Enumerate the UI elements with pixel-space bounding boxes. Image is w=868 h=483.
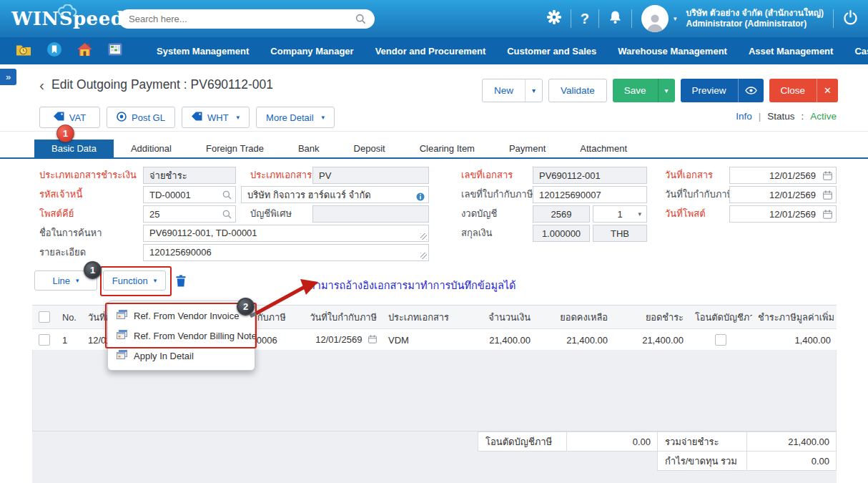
user-menu-chevron-icon[interactable]: ▾: [674, 15, 677, 22]
doc-no-field: [533, 167, 647, 184]
logout-power-icon[interactable]: [843, 10, 858, 28]
tab-clearing-item[interactable]: Clearing Item: [403, 140, 492, 157]
nav-company-manager[interactable]: Company Manager: [270, 46, 353, 57]
special-account-field: [312, 205, 429, 223]
info-link[interactable]: Info: [736, 111, 752, 122]
notifications-bell-icon[interactable]: [608, 10, 622, 27]
settings-gear-icon[interactable]: [547, 10, 561, 27]
home-icon[interactable]: [77, 43, 92, 59]
nav-warehouse-management[interactable]: Warehouse Management: [618, 46, 727, 57]
user-avatar[interactable]: [641, 5, 669, 32]
tab-bar: Basic Data Additional Foreign Trade Bank…: [0, 140, 868, 159]
period-no-select[interactable]: 1 ▾: [593, 205, 647, 223]
search-name-label: ชื่อในการค้นหา: [39, 225, 102, 242]
preview-button[interactable]: Preview: [681, 79, 764, 102]
validate-button[interactable]: Validate: [548, 79, 607, 102]
resize-handle[interactable]: [420, 253, 427, 259]
user-role: Administrator (Administrator): [686, 19, 824, 29]
delete-row-trash-icon[interactable]: [176, 275, 186, 290]
more-detail-button[interactable]: More Detail ▾: [256, 107, 335, 128]
vendor-code-field[interactable]: [143, 186, 236, 203]
save-label: Save: [613, 79, 658, 102]
currency-rate-field: [533, 225, 590, 242]
post-gl-icon: [117, 112, 127, 124]
nav-asset-management[interactable]: Asset Management: [749, 46, 833, 57]
menu-ref-vendor-billing-note[interactable]: Ref. From Vendor Billing Note: [108, 326, 255, 346]
bookmark-icon[interactable]: [47, 42, 61, 59]
winspeed-app: WINSpeed ? ▾ บริษัท ตัวอย่าง จำกั: [0, 0, 868, 483]
col-tax-invoice-date: วันที่ใบกำกับภาษี: [297, 306, 383, 329]
menu-ref-vendor-invoice[interactable]: Ref. From Vendor Invoice: [108, 306, 255, 326]
cell-tax-invoice-date[interactable]: 12/01/2569: [297, 329, 383, 351]
validate-label: Validate: [549, 79, 606, 102]
post-key-label: โพสต์คีย์: [39, 205, 74, 223]
vendor-code-label: รหัสเจ้าหนี้: [39, 186, 82, 203]
col-vat-amount: ชำระภาษีมูลค่าเพิ่ม: [752, 306, 837, 329]
tab-foreign-trade[interactable]: Foreign Trade: [189, 140, 281, 157]
back-icon[interactable]: ‹: [39, 79, 44, 91]
new-dropdown-caret-icon[interactable]: ▾: [525, 79, 542, 102]
winspeed-logo[interactable]: WINSpeed: [11, 8, 110, 29]
preview-eye-icon[interactable]: [738, 79, 764, 102]
search-name-field[interactable]: PV690112-001, TD-00001: [143, 225, 429, 242]
post-gl-button[interactable]: Post GL: [107, 107, 175, 128]
user-info[interactable]: บริษัท ตัวอย่าง จำกัด (สำนักงานใหญ่) Adm…: [686, 8, 824, 29]
global-search: [119, 9, 375, 29]
tab-payment[interactable]: Payment: [492, 140, 563, 157]
wht-button[interactable]: WHT ▾: [182, 107, 250, 128]
recent-folder-icon[interactable]: [16, 44, 31, 59]
post-date-field[interactable]: [729, 205, 837, 223]
profit-loss-value: 0.00: [746, 451, 837, 471]
function-button[interactable]: Function ▾: [103, 270, 166, 291]
tab-deposit[interactable]: Deposit: [337, 140, 403, 157]
status-badge: Active: [810, 111, 837, 122]
line-label: Line: [52, 275, 70, 286]
doc-type-field: [312, 167, 429, 184]
transfer-vat-checkbox[interactable]: [715, 334, 726, 346]
divider: [833, 9, 834, 28]
close-x-icon[interactable]: ✕: [817, 79, 838, 102]
doc-date-field[interactable]: [729, 167, 837, 184]
search-input[interactable]: [119, 9, 375, 29]
post-key-field[interactable]: [143, 205, 236, 223]
row-checkbox[interactable]: [39, 334, 50, 346]
line-caret-icon: ▾: [76, 277, 79, 284]
description-label: รายละเอียด: [39, 244, 86, 261]
tax-invoice-date-field[interactable]: [729, 186, 837, 203]
doc-type-label: ประเภทเอกสาร: [250, 167, 312, 184]
tab-bank[interactable]: Bank: [281, 140, 337, 157]
menu-apply-in-detail[interactable]: Apply In Detail: [108, 346, 255, 366]
calendar-icon[interactable]: [368, 335, 377, 346]
nav-cash-management[interactable]: Cash Management: [854, 46, 868, 57]
col-amount: จำนวนเงิน: [458, 306, 536, 329]
document-window-icon: [117, 330, 127, 341]
new-button[interactable]: New ▾: [482, 79, 543, 102]
vat-button[interactable]: VAT: [39, 107, 100, 128]
resize-handle[interactable]: [420, 233, 427, 240]
cell-balance: 21,400.00: [536, 329, 613, 351]
more-detail-caret-icon: ▾: [322, 114, 325, 121]
save-button[interactable]: Save ▾: [613, 79, 675, 102]
save-dropdown-caret-icon[interactable]: ▾: [658, 79, 675, 102]
description-field[interactable]: 120125690006: [143, 244, 429, 261]
tab-attachment[interactable]: Attachment: [563, 140, 644, 157]
tax-invoice-no-field[interactable]: [533, 186, 647, 203]
help-icon[interactable]: ?: [581, 11, 589, 27]
function-dropdown-menu: Ref. From Vendor Invoice Ref. From Vendo…: [107, 301, 255, 371]
tag-icon: [192, 112, 202, 123]
period-label: งวดบัญชี: [461, 205, 497, 223]
nav-vendor-procurement[interactable]: Vendor and Procurement: [375, 46, 486, 57]
nav-customer-sales[interactable]: Customer and Sales: [507, 46, 596, 57]
sidebar-expand-button[interactable]: »: [0, 69, 16, 85]
apps-calendar-icon[interactable]: [108, 43, 122, 59]
main-nav: System Management Company Manager Vendor…: [0, 37, 868, 64]
close-button[interactable]: Close ✕: [769, 79, 838, 102]
tab-basic-data[interactable]: Basic Data: [34, 140, 114, 157]
annotation-note: สามารถอ้างอิงเอกสารมาทำการบันทึกข้อมูลได…: [309, 277, 516, 293]
select-all-checkbox[interactable]: [39, 311, 50, 323]
page-title-row: ‹ Edit Outgoing Payment : PV690112-001: [39, 77, 273, 92]
transfer-vat-total-value: 0.00: [566, 431, 658, 452]
search-icon[interactable]: [355, 14, 366, 27]
tab-additional[interactable]: Additional: [114, 140, 189, 157]
nav-system-management[interactable]: System Management: [157, 46, 249, 57]
